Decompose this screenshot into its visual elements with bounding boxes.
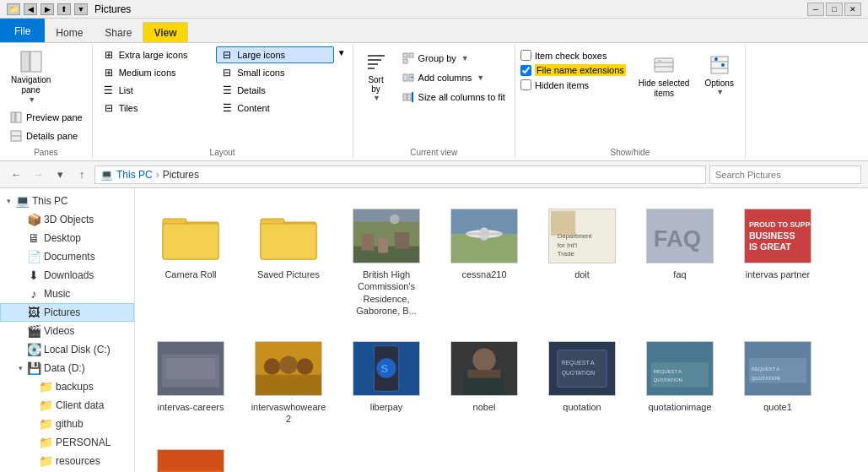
file-name-intervas-careers: intervas-careers [158,401,224,413]
size-all-columns-button[interactable]: Size all columns to fit [397,89,509,106]
content-button[interactable]: ☰ Content [216,100,334,117]
search-input[interactable] [709,165,861,184]
maximize-button[interactable]: □ [826,3,843,16]
window-controls: ─ □ ✕ [807,3,861,16]
file-icon-quotationimage: REQUEST AQUOTATION [646,339,714,398]
sidebar-item-3d-objects[interactable]: 📦3D Objects [0,210,134,229]
sidebar-item-resources[interactable]: 📁resources [0,452,134,470]
sidebar-item-music[interactable]: ♪Music [0,285,134,303]
file-name-extensions-toggle[interactable]: File name extensions [520,64,626,76]
small-icons-button[interactable]: ⊟ Small icons [216,64,334,81]
svg-rect-22 [658,60,661,62]
sidebar-item-github[interactable]: 📁github [0,415,134,433]
quick-access-back[interactable]: ◀ [24,3,37,15]
back-button[interactable]: ← [7,165,25,184]
tab-share[interactable]: Share [94,22,143,42]
add-columns-button[interactable]: + Add columns ▼ [397,69,509,86]
layout-expand-button[interactable]: ▼ [337,48,346,57]
file-item-quotation[interactable]: REQUEST AQUOTATION quotation [540,334,624,430]
quick-access-up[interactable]: ⬆ [57,3,71,15]
sort-by-arrow: ▼ [373,94,380,102]
forward-button[interactable]: → [29,165,47,184]
quick-access-options[interactable]: ▼ [74,3,88,15]
item-check-boxes-toggle[interactable]: Item check boxes [520,50,626,61]
file-item-quote1[interactable]: REQUEST AQUOTATION quote1 [736,334,820,430]
tree-item-icon: ⬇ [26,269,41,282]
file-icon-quotation: REQUEST AQUOTATION [548,339,616,398]
hidden-items-checkbox[interactable] [520,79,531,90]
extra-large-icons-button[interactable]: ⊞ Extra large icons [98,46,216,63]
tree-item-label: Data (D:) [44,362,85,374]
sidebar-item-local-disk[interactable]: 💽Local Disk (C:) [0,340,134,359]
tiles-button[interactable]: ⊟ Tiles [98,100,216,117]
tree-item-icon: 📁 [38,399,53,412]
sidebar-item-documents[interactable]: 📄Documents [0,247,134,266]
tab-view[interactable]: View [143,22,187,42]
svg-rect-50 [551,210,575,235]
sidebar-item-pictures[interactable]: 🖼Pictures [0,303,134,322]
tab-file[interactable]: File [0,19,45,42]
sidebar-item-backups[interactable]: 📁backups [0,377,134,396]
details-pane-button[interactable]: Details pane [5,127,87,144]
breadcrumb-this-pc[interactable]: This PC [116,169,153,181]
up-button[interactable]: ↑ [73,165,91,184]
add-columns-label: Add columns [418,73,472,83]
options-button[interactable]: Options ▼ [698,50,739,100]
recent-locations-button[interactable]: ▾ [51,165,69,184]
file-item-british-high[interactable]: British High Commission's Residence, Gab… [344,202,429,321]
close-button[interactable]: ✕ [844,3,861,16]
file-item-camera-roll[interactable]: Camera Roll [148,202,233,321]
large-icons-button[interactable]: ⊟ Large icons [216,46,334,63]
panes-group: Navigationpane ▼ Preview pane Details pa… [0,45,93,159]
file-item-saved-pictures[interactable]: Saved Pictures [246,202,331,321]
small-icons-label: Small icons [237,68,284,78]
file-item-nobel[interactable]: nobel [442,334,526,430]
item-check-boxes-checkbox[interactable] [520,50,531,61]
breadcrumb-pc-icon: 💻 [100,169,113,181]
svg-rect-0 [21,52,30,72]
quick-access-forward[interactable]: ▶ [40,3,54,15]
tree-item-label: Client data [56,399,104,411]
preview-pane-button[interactable]: Preview pane [5,109,87,126]
file-item-doit[interactable]: Departmentfor Int'lTrade doit [540,202,624,321]
tree-item-icon: 📁 [38,380,53,393]
system-icon: 📁 [7,3,20,15]
file-item-intervas-careers[interactable]: intervas-careers [148,334,233,430]
file-item-faq[interactable]: FAQ faq [638,202,722,321]
details-pane-label: Details pane [26,131,78,141]
details-icon: ☰ [220,84,234,97]
sidebar-item-desktop[interactable]: 🖥Desktop [0,229,134,247]
file-item-intervaswhoweare2[interactable]: intervaswhoweаre2 [246,334,331,430]
group-by-button[interactable]: Group by ▼ [397,50,509,67]
details-button[interactable]: ☰ Details [216,82,334,99]
sort-by-button[interactable]: Sortby ▼ [359,46,394,106]
tab-home[interactable]: Home [45,22,94,42]
sidebar-item-videos[interactable]: 🎬Videos [0,322,134,340]
medium-icons-button[interactable]: ⊞ Medium icons [98,64,216,81]
hidden-items-toggle[interactable]: Hidden items [520,79,626,90]
navigation-pane-button[interactable]: Navigationpane ▼ [5,46,57,107]
sidebar-item-client-data[interactable]: 📁Client data [0,396,134,415]
svg-rect-17 [407,94,411,100]
sidebar-item-downloads[interactable]: ⬇Downloads [0,266,134,285]
minimize-button[interactable]: ─ [807,3,824,16]
sidebar-item-personal[interactable]: 📁PERSONAL [0,433,134,452]
file-name-extensions-checkbox[interactable] [520,65,531,76]
svg-point-61 [264,358,281,375]
file-item-intervas-partner[interactable]: PROUD TO SUPPORTBUSINESSIS GREAT interva… [736,202,820,321]
file-item-travelodge[interactable]: Travelodge [148,443,233,472]
tree-item-label: PERSONAL [56,437,111,448]
file-item-quotationimage[interactable]: REQUEST AQUOTATION quotationimage [638,334,722,430]
sidebar-item-this-pc[interactable]: ▾💻This PC [0,192,134,210]
file-item-cessna210[interactable]: cessna210 [442,202,526,321]
current-view-content: Sortby ▼ Group by ▼ + [359,46,509,146]
tree-item-label: Pictures [44,307,80,318]
list-button[interactable]: ☰ List [98,82,216,99]
hide-selected-button[interactable]: Hide selecteditems [633,50,696,102]
sidebar-item-data-d[interactable]: ▾💾Data (D:) [0,359,134,377]
file-icon-liberpay: S [353,339,420,398]
svg-rect-18 [412,92,413,102]
file-item-liberpay[interactable]: S liberpay [344,334,429,430]
file-icon-saved-pictures [255,206,322,265]
tree-item-icon: 🖼 [26,306,41,319]
